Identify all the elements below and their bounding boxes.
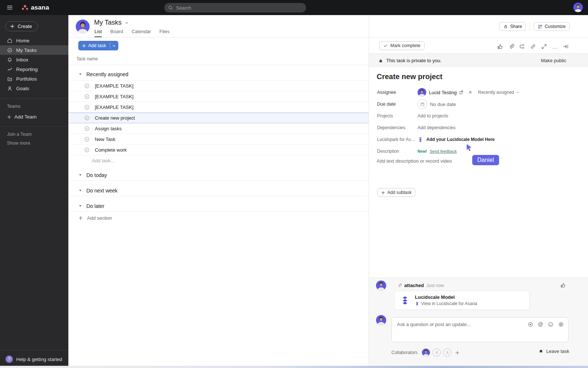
add-task-inline[interactable]: Add task…	[92, 155, 364, 166]
comment-input[interactable]	[397, 322, 518, 327]
caret-down-icon	[78, 72, 82, 76]
collaborator-avatar[interactable]	[422, 348, 430, 357]
chart-line-icon	[7, 67, 12, 72]
mention-icon[interactable]: @	[538, 321, 543, 327]
check-circle-icon[interactable]	[84, 147, 90, 153]
invite-collaborator-icon[interactable]	[443, 348, 451, 357]
sidebar-item-goals[interactable]: Goals	[0, 84, 68, 93]
assignee-avatar[interactable]	[417, 88, 426, 97]
sidebar: Create Home My Tasks Inbox Reporting Por…	[0, 15, 68, 368]
help-button[interactable]: ? Help & getting started	[0, 350, 68, 364]
comment-composer[interactable]: @	[391, 317, 569, 342]
send-feedback-link[interactable]: Send feedback	[430, 149, 456, 153]
subtasks-icon[interactable]	[519, 43, 525, 50]
remove-assignee-icon[interactable]: ✕	[469, 90, 472, 95]
invite-collaborator-icon[interactable]	[433, 348, 441, 357]
sidebar-item-my-tasks[interactable]: My Tasks	[0, 45, 68, 55]
task-row-selected[interactable]: Create new project	[68, 113, 369, 123]
tab-list[interactable]: List	[94, 29, 102, 37]
tab-calendar[interactable]: Calendar	[132, 29, 151, 37]
task-row[interactable]: New Task	[68, 134, 369, 145]
section-recently-assigned[interactable]: Recently assigned	[68, 68, 369, 80]
tab-files[interactable]: Files	[159, 29, 169, 37]
more-options-icon[interactable]: …	[552, 45, 558, 49]
leave-task-button[interactable]: Leave task	[538, 348, 569, 354]
sidebar-item-inbox[interactable]: Inbox	[0, 55, 68, 64]
task-row[interactable]: [EXAMPLE TASK]	[68, 91, 369, 102]
collapse-panel-icon[interactable]	[563, 43, 569, 50]
add-team-button[interactable]: Add Team	[0, 114, 68, 120]
check-circle-icon[interactable]	[84, 105, 90, 110]
add-collaborator-button[interactable]	[455, 350, 460, 355]
share-button[interactable]: Share	[499, 22, 526, 31]
add-section-button[interactable]: Add section	[78, 215, 112, 221]
sidebar-item-reporting[interactable]: Reporting	[0, 64, 68, 74]
expand-icon[interactable]	[541, 43, 547, 50]
home-icon	[7, 38, 12, 43]
search-bar[interactable]	[164, 3, 306, 13]
assignee-section-dropdown[interactable]: Recently assigned	[478, 90, 520, 95]
appreciations-icon[interactable]	[558, 322, 564, 327]
lock-icon	[503, 24, 508, 29]
section-do-next-week[interactable]: Do next week	[68, 185, 369, 196]
tab-board[interactable]: Board	[110, 29, 123, 37]
check-circle-icon[interactable]	[84, 115, 90, 121]
asana-dots-icon	[22, 5, 28, 10]
due-date-picker[interactable]: No due date	[417, 99, 456, 109]
task-row[interactable]: Complete work	[68, 145, 369, 155]
search-input[interactable]	[176, 5, 302, 11]
user-avatar[interactable]	[573, 3, 583, 12]
attach-icon[interactable]	[508, 43, 514, 50]
check-circle-icon	[7, 47, 12, 53]
add-to-projects[interactable]: Add to projects	[417, 113, 448, 118]
check-circle-icon[interactable]	[84, 83, 90, 89]
add-task-button[interactable]: Add task	[78, 41, 118, 50]
main-content: My Tasks List Board Calendar Files Add t…	[68, 15, 369, 368]
description-input[interactable]: Add text description or record video	[377, 158, 452, 164]
attachment-card[interactable]: Lucidscale Model View in Lucidscale for …	[394, 291, 530, 310]
bell-icon	[7, 57, 12, 63]
asana-logo[interactable]: asana	[22, 4, 49, 11]
field-assignee: Assignee Lucid Testing ✕ Recently assign…	[369, 88, 588, 97]
add-subtask-button[interactable]: Add subtask	[377, 188, 415, 197]
caret-down-icon	[78, 188, 82, 192]
emoji-icon[interactable]	[548, 322, 553, 327]
attachment-open-link[interactable]: View in Lucidscale for Asana	[415, 301, 477, 306]
customize-button[interactable]: Customize	[534, 22, 570, 31]
add-lucidscale-model-button[interactable]: Add your Lucidscale Model Here	[417, 137, 495, 142]
check-circle-icon[interactable]	[84, 137, 90, 142]
check-circle-icon[interactable]	[84, 126, 90, 131]
make-public-button[interactable]: Make public	[541, 54, 566, 67]
link-icon[interactable]	[530, 43, 536, 50]
open-external-icon[interactable]	[459, 90, 464, 95]
task-title[interactable]: Create new project	[377, 72, 442, 81]
assignee-name[interactable]: Lucid Testing	[429, 90, 457, 95]
sidebar-item-home[interactable]: Home	[0, 36, 68, 45]
field-due-date: Due date No due date	[369, 99, 588, 109]
section-do-today[interactable]: Do today	[68, 169, 369, 181]
section-do-later[interactable]: Do later	[68, 200, 369, 212]
mark-complete-button[interactable]: Mark complete	[379, 41, 424, 50]
sidebar-divider	[0, 98, 68, 99]
topbar: asana	[0, 0, 588, 15]
task-row[interactable]: [EXAMPLE TASK]	[68, 81, 369, 91]
show-more-link[interactable]: Show more	[0, 141, 68, 146]
join-team-link[interactable]: Join a Team	[0, 132, 68, 137]
task-row[interactable]: [EXAMPLE TASK]	[68, 102, 369, 113]
create-button[interactable]: Create	[5, 21, 38, 31]
check-circle-icon[interactable]	[84, 94, 90, 99]
like-comment-icon[interactable]	[560, 282, 566, 288]
bell-icon	[538, 349, 544, 354]
sidebar-item-portfolios[interactable]: Portfolios	[0, 74, 68, 84]
add-task-dropdown[interactable]	[110, 41, 118, 50]
record-video-icon[interactable]	[528, 322, 533, 327]
hamburger-menu-icon[interactable]	[4, 2, 15, 13]
thumbs-up-icon[interactable]	[497, 43, 503, 50]
page-title[interactable]: My Tasks	[94, 19, 129, 26]
task-row[interactable]: Assign tasks	[68, 123, 369, 134]
lucid-layers-icon	[417, 137, 423, 142]
check-icon	[383, 43, 388, 48]
column-header-task-name[interactable]: Task name	[76, 56, 98, 61]
add-dependencies[interactable]: Add dependencies	[417, 125, 456, 130]
activity-feed: attached Just now Lucidscale Model View …	[369, 277, 588, 368]
